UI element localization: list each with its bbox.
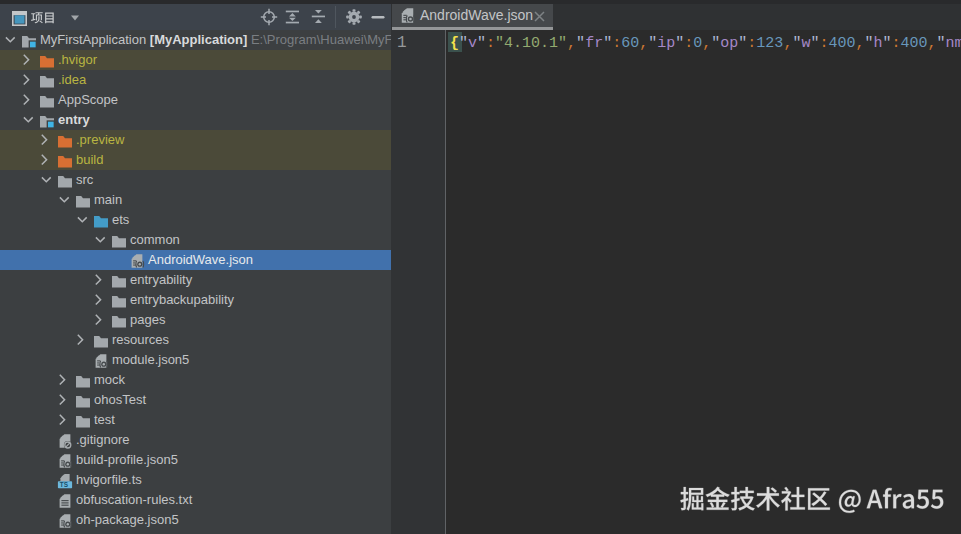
svg-text:TS: TS xyxy=(60,481,69,488)
